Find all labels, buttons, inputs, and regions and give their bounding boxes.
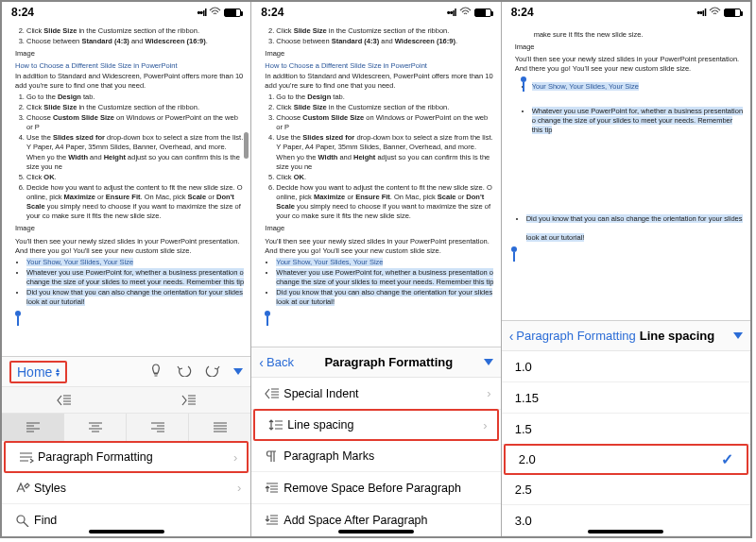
chevron-right-icon: › bbox=[483, 418, 487, 432]
selection-handle[interactable] bbox=[265, 311, 270, 316]
doc-bullet: Did you know that you can also change th… bbox=[26, 288, 245, 307]
battery-icon bbox=[724, 8, 741, 17]
doc-step: Click OK. bbox=[276, 173, 494, 182]
doc-text: You'll then see your newly sized slides … bbox=[515, 55, 745, 64]
align-left-button[interactable] bbox=[2, 414, 64, 441]
line-spacing-button[interactable]: Line spacing › bbox=[253, 409, 498, 441]
align-center-button[interactable] bbox=[64, 414, 127, 441]
spacing-option-1-5[interactable]: 1.5 bbox=[502, 414, 750, 445]
document-area[interactable]: Click Slide Size in the Customize sectio… bbox=[251, 21, 500, 347]
doc-step: Use the Slides sized for drop-down box t… bbox=[26, 133, 245, 172]
doc-step: Decide how you want to adjust the conten… bbox=[26, 183, 245, 222]
paragraph-marks-button[interactable]: Paragraph Marks bbox=[251, 440, 500, 472]
document-area[interactable]: Click Slide Size in the Customize sectio… bbox=[2, 21, 250, 356]
doc-step: Use the Slides sized for drop-down box t… bbox=[276, 133, 494, 172]
spacing-option-2-0[interactable]: 2.0✓ bbox=[504, 444, 748, 475]
menu-label: Remove Space Before Paragraph bbox=[284, 482, 490, 495]
increase-indent-button[interactable] bbox=[127, 387, 251, 413]
doc-text: And there you go! You'll see your new cu… bbox=[15, 246, 245, 256]
phone-panel-2: 8:24 ••ıl Click Slide Size in the Custom… bbox=[251, 2, 501, 536]
status-time: 8:24 bbox=[261, 6, 284, 19]
home-indicator[interactable] bbox=[338, 530, 414, 534]
undo-icon[interactable] bbox=[177, 364, 192, 381]
option-label: 2.5 bbox=[515, 483, 737, 497]
doc-bullet: Whatever you use PowerPoint for, whether… bbox=[276, 268, 494, 287]
styles-button[interactable]: Styles › bbox=[2, 472, 250, 504]
phone-panel-3: 8:24 ••ıl make sure it fits the new slid… bbox=[502, 2, 750, 536]
align-right-button[interactable] bbox=[127, 414, 189, 441]
scrollbar-thumb[interactable] bbox=[244, 132, 249, 159]
redo-icon[interactable] bbox=[205, 364, 220, 381]
intro-text: In addition to Standard and Widescreen, … bbox=[15, 72, 245, 91]
add-space-icon bbox=[261, 514, 284, 527]
doc-step: Click Slide Size in the Customize sectio… bbox=[276, 26, 494, 36]
option-label: 1.0 bbox=[515, 360, 737, 374]
lightbulb-icon[interactable] bbox=[148, 364, 163, 381]
doc-bullet: Your Show, Your Slides, Your Size bbox=[532, 82, 745, 92]
wifi-icon bbox=[209, 6, 221, 19]
home-indicator[interactable] bbox=[89, 530, 164, 534]
image-placeholder: Image bbox=[515, 42, 745, 52]
back-button[interactable]: ‹Back bbox=[259, 355, 294, 370]
doc-text: And there you go! You'll see your new cu… bbox=[265, 246, 494, 256]
toolbar: Home ▴▾ Paragraph Formatting bbox=[2, 356, 250, 536]
align-justify-button[interactable] bbox=[189, 414, 250, 441]
document-area[interactable]: make sure it fits the new slide size. Im… bbox=[502, 21, 750, 320]
collapse-ribbon-icon[interactable] bbox=[484, 359, 493, 365]
search-icon bbox=[11, 514, 34, 527]
intro-text: In addition to Standard and Widescreen, … bbox=[265, 72, 494, 91]
collapse-ribbon-icon[interactable] bbox=[733, 332, 743, 339]
selection-handle[interactable] bbox=[511, 246, 517, 252]
svg-point-0 bbox=[17, 516, 25, 523]
doc-step: Choose between Standard (4:3) and Widesc… bbox=[276, 37, 494, 46]
paragraph-icon bbox=[15, 450, 38, 464]
doc-step: Click Slide Size in the Customize sectio… bbox=[26, 103, 245, 112]
indent-icon bbox=[261, 387, 284, 400]
back-button[interactable]: ‹Paragraph Formatting bbox=[509, 329, 636, 344]
status-time: 8:24 bbox=[11, 6, 34, 19]
image-placeholder: Image bbox=[265, 49, 494, 59]
option-label: 3.0 bbox=[515, 514, 737, 528]
decrease-indent-button[interactable] bbox=[2, 387, 127, 413]
status-bar: 8:24 ••ıl bbox=[251, 2, 500, 21]
panel-title: Paragraph Formatting bbox=[294, 355, 484, 369]
menu-label: Styles bbox=[34, 482, 237, 495]
phone-panel-1: 8:24 ••ıl Click Slide Size in the Custom… bbox=[2, 2, 251, 536]
spacing-option-1-0[interactable]: 1.0 bbox=[502, 351, 750, 382]
menu-label: Paragraph Formatting bbox=[38, 450, 233, 464]
menu-label: Line spacing bbox=[287, 418, 483, 432]
doc-step: Choose Custom Slide Size on Windows or P… bbox=[26, 113, 245, 132]
home-indicator[interactable] bbox=[588, 530, 663, 534]
pilcrow-icon bbox=[261, 449, 284, 463]
doc-step: Choose between Standard (4:3) and Widesc… bbox=[26, 37, 245, 46]
spacing-option-1-15[interactable]: 1.15 bbox=[502, 382, 750, 414]
doc-text: make sure it fits the new slide size. bbox=[534, 30, 745, 40]
ribbon-tab-selector[interactable]: Home ▴▾ bbox=[9, 361, 67, 383]
selection-handle[interactable] bbox=[521, 76, 526, 82]
image-placeholder: Image bbox=[265, 224, 494, 233]
paragraph-formatting-button[interactable]: Paragraph Formatting › bbox=[4, 441, 249, 473]
menu-label: Find bbox=[34, 514, 241, 527]
menu-label: Add Space After Paragraph bbox=[284, 514, 490, 527]
doc-step: Go to the Design tab. bbox=[276, 93, 494, 102]
battery-icon bbox=[474, 8, 491, 17]
special-indent-button[interactable]: Special Indent › bbox=[251, 378, 500, 410]
panel-title: Line spacing bbox=[636, 329, 733, 343]
chevron-right-icon: › bbox=[233, 450, 237, 465]
doc-text: You'll then see your newly sized slides … bbox=[265, 237, 494, 246]
signal-icon: ••ıl bbox=[198, 7, 207, 18]
image-placeholder: Image bbox=[15, 224, 245, 233]
option-label: 2.0 bbox=[519, 452, 721, 466]
expand-ribbon-icon[interactable] bbox=[233, 368, 243, 375]
option-label: 1.15 bbox=[515, 391, 737, 405]
chevron-right-icon: › bbox=[487, 386, 490, 400]
selection-handle[interactable] bbox=[15, 311, 21, 316]
image-placeholder: Image bbox=[15, 49, 245, 59]
remove-space-icon bbox=[261, 482, 284, 495]
remove-space-before-button[interactable]: Remove Space Before Paragraph bbox=[251, 472, 500, 504]
section-heading: How to Choose a Different Slide Size in … bbox=[265, 61, 494, 71]
chevron-left-icon: ‹ bbox=[509, 329, 514, 344]
doc-step: Go to the Design tab. bbox=[26, 93, 245, 102]
spacing-option-2-5[interactable]: 2.5 bbox=[502, 474, 750, 505]
paragraph-formatting-panel: ‹Back Paragraph Formatting Special Inden… bbox=[251, 347, 500, 536]
